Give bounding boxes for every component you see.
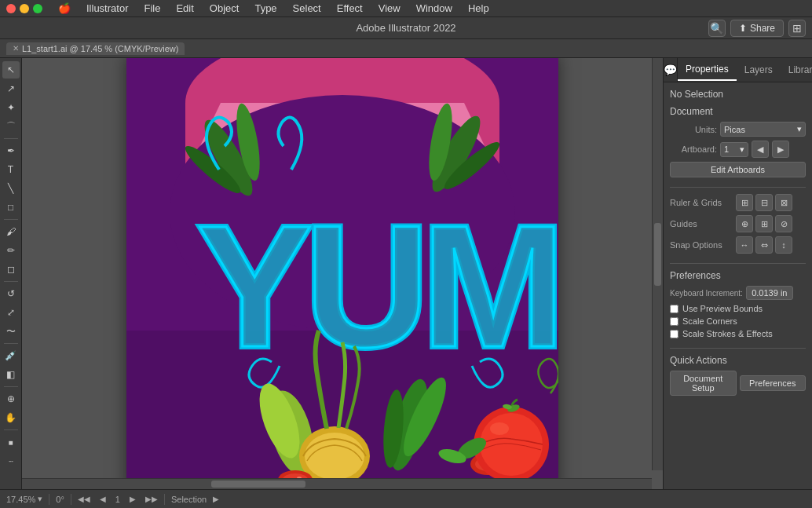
tab-close-icon[interactable]: ✕: [13, 44, 19, 53]
edit-artboards-row: Edit Artboards: [670, 162, 806, 177]
nav-next-button[interactable]: ▶: [126, 493, 139, 506]
rotate-tool[interactable]: ↺: [2, 285, 20, 302]
keyboard-increment-row: Keyboard Increment: 0.0139 in: [670, 286, 806, 300]
nav-last-button[interactable]: ▶▶: [145, 493, 158, 506]
artboard-chevron-icon: ▾: [740, 144, 744, 155]
menu-edit[interactable]: Edit: [170, 1, 199, 16]
tab-libraries[interactable]: Libraries: [781, 60, 812, 80]
panel-chat-icon[interactable]: 💬: [664, 58, 678, 82]
warp-tool[interactable]: 〜: [2, 323, 20, 340]
guides-row: Guides ⊕ ⊞ ⊘: [670, 215, 806, 232]
guides-icon-3[interactable]: ⊘: [775, 215, 792, 232]
nav-first-button[interactable]: ◀◀: [78, 493, 90, 506]
keyboard-increment-value[interactable]: 0.0139 in: [746, 286, 793, 300]
ruler-grid-icon-3[interactable]: ⊠: [775, 194, 792, 211]
artboard-prev-button[interactable]: ◀: [752, 141, 769, 158]
artboard: YUM! YUM! YUM!: [126, 58, 558, 489]
use-preview-bounds-row: Use Preview Bounds: [670, 304, 806, 313]
pencil-tool[interactable]: ✏: [2, 242, 20, 259]
scale-corners-row: Scale Corners: [670, 316, 806, 326]
tab-layers[interactable]: Layers: [737, 60, 781, 80]
rectangle-tool[interactable]: □: [2, 199, 20, 216]
status-bar: 17.45% ▾ 0° ◀◀ ◀ 1 ▶ ▶▶ Selection ▶: [0, 489, 812, 508]
paintbrush-tool[interactable]: 🖌: [2, 223, 20, 240]
nav-prev-button[interactable]: ◀: [97, 493, 109, 506]
selection-tool[interactable]: ↖: [2, 61, 20, 79]
horizontal-scrollbar-thumb[interactable]: [211, 481, 305, 488]
type-tool[interactable]: T: [2, 161, 20, 178]
magic-wand-tool[interactable]: ✦: [2, 99, 20, 116]
guides-label: Guides: [670, 219, 733, 228]
illustration-svg: YUM! YUM! YUM!: [126, 58, 558, 489]
scale-strokes-label: Scale Strokes & Effects: [682, 329, 773, 338]
guides-icon-1[interactable]: ⊕: [736, 215, 753, 232]
left-toolbar: ↖ ↗ ✦ ⌒ ✒ T ╲ □ 🖌 ✏ ◻ ↺ ⤢ 〜 💉 ◧ ⊕ ✋ ■ ··…: [0, 58, 22, 489]
gradient-tool[interactable]: ◧: [2, 366, 20, 383]
fill-stroke[interactable]: ■: [2, 433, 20, 451]
guides-icon-2[interactable]: ⊞: [755, 215, 773, 232]
divider-2: [670, 263, 806, 264]
zoom-chevron-icon: ▾: [38, 494, 42, 504]
lasso-tool[interactable]: ⌒: [2, 118, 20, 135]
search-button[interactable]: 🔍: [708, 20, 726, 37]
ruler-grids-label: Ruler & Grids: [670, 198, 733, 207]
arrange-button[interactable]: ⊞: [788, 20, 806, 37]
menu-view[interactable]: View: [372, 1, 407, 16]
scale-corners-checkbox[interactable]: [670, 317, 678, 326]
zoom-item: 17.45% ▾: [6, 494, 42, 504]
use-preview-bounds-checkbox[interactable]: [670, 305, 678, 313]
maximize-button[interactable]: [33, 4, 42, 13]
tool-separator-3: [4, 281, 18, 282]
artboard-select[interactable]: 1 ▾: [720, 142, 748, 157]
tab-properties[interactable]: Properties: [678, 59, 737, 81]
zoom-tool[interactable]: ⊕: [2, 390, 20, 407]
menu-object[interactable]: Object: [203, 1, 246, 16]
document-tab[interactable]: ✕ L1_start1.ai @ 17.45 % (CMYK/Preview): [6, 42, 185, 55]
menu-apple[interactable]: 🍎: [52, 1, 77, 16]
pen-tool[interactable]: ✒: [2, 142, 20, 159]
menu-type[interactable]: Type: [248, 1, 283, 16]
scale-strokes-checkbox[interactable]: [670, 330, 678, 338]
menu-select[interactable]: Select: [287, 1, 327, 16]
divider-3: [670, 348, 806, 349]
horizontal-scrollbar[interactable]: [22, 478, 652, 489]
snap-icon-1[interactable]: ↔: [736, 236, 753, 254]
rotation-value: 0°: [56, 495, 64, 504]
scale-tool[interactable]: ⤢: [2, 304, 20, 321]
menu-effect[interactable]: Effect: [331, 1, 369, 16]
tab-bar: ✕ L1_start1.ai @ 17.45 % (CMYK/Preview): [0, 39, 812, 58]
hand-tool[interactable]: ✋: [2, 409, 20, 426]
minimize-button[interactable]: [20, 4, 29, 13]
ruler-grid-icon-2[interactable]: ⊟: [755, 194, 773, 211]
ruler-icon-row: ⊞ ⊟ ⊠: [736, 194, 792, 211]
snap-icon-2[interactable]: ⇔: [755, 236, 773, 254]
artboard-next-button[interactable]: ▶: [772, 141, 789, 158]
ruler-grids-row: Ruler & Grids ⊞ ⊟ ⊠: [670, 194, 806, 211]
vertical-scrollbar-thumb[interactable]: [654, 223, 661, 286]
menu-file[interactable]: File: [137, 1, 166, 16]
eyedropper-tool[interactable]: 💉: [2, 347, 20, 364]
preferences-button[interactable]: Preferences: [740, 375, 807, 391]
eraser-tool[interactable]: ◻: [2, 261, 20, 278]
snap-icon-3[interactable]: ↕: [775, 236, 792, 254]
menu-illustrator[interactable]: Illustrator: [80, 1, 134, 16]
canvas-area[interactable]: YUM! YUM! YUM!: [22, 58, 663, 489]
vertical-scrollbar[interactable]: [652, 58, 663, 470]
ruler-grid-icon-1[interactable]: ⊞: [736, 194, 753, 211]
close-button[interactable]: [6, 4, 16, 13]
menu-help[interactable]: Help: [462, 1, 496, 16]
preferences-header: Preferences: [670, 270, 806, 281]
menu-window[interactable]: Window: [410, 1, 459, 16]
document-setup-button[interactable]: Document Setup: [670, 371, 737, 396]
keyboard-increment-label: Keyboard Increment:: [670, 289, 743, 298]
units-select[interactable]: Picas ▾: [720, 122, 806, 137]
line-tool[interactable]: ╲: [2, 180, 20, 197]
panel-tabs: 💬 Properties Layers Libraries: [664, 58, 812, 82]
status-divider-1: [49, 494, 49, 505]
edit-artboards-button[interactable]: Edit Artboards: [670, 162, 806, 177]
artboard-row: Artboard: 1 ▾ ◀ ▶: [670, 141, 806, 158]
extras-btn[interactable]: ···: [2, 452, 20, 470]
share-button[interactable]: ⬆ Share: [730, 20, 784, 37]
tool-arrow-icon: ▶: [213, 495, 219, 503]
direct-selection-tool[interactable]: ↗: [2, 80, 20, 97]
